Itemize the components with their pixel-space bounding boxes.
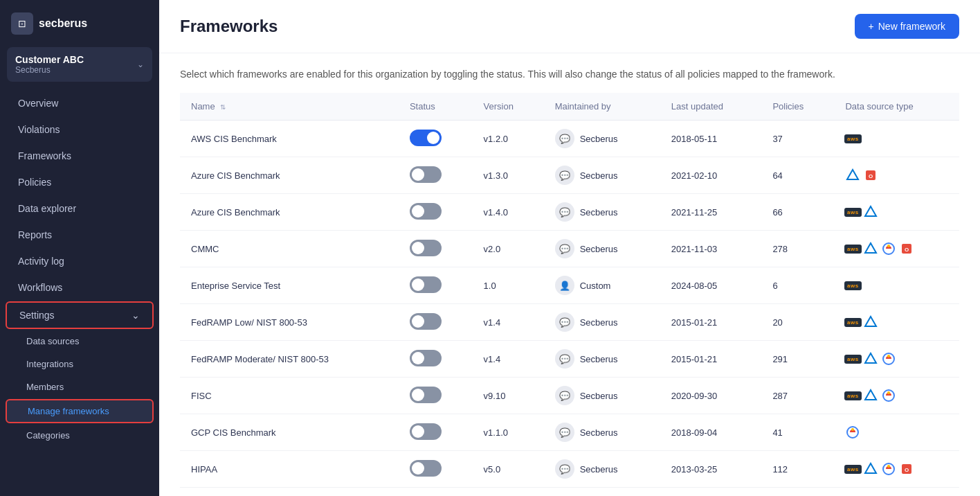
sidebar-item-violations[interactable]: Violations — [6, 117, 154, 142]
cell-status — [399, 378, 473, 414]
cell-name: AWS CIS Benchmark — [180, 121, 399, 157]
sidebar-item-integrations[interactable]: Integrations — [6, 353, 154, 375]
sidebar-item-reports[interactable]: Reports — [6, 222, 154, 247]
cell-status — [399, 194, 473, 231]
cell-name: Azure CIS Benchmark — [180, 194, 399, 231]
cell-name: GCP CIS Benchmark — [180, 414, 399, 451]
sidebar-item-frameworks[interactable]: Frameworks — [6, 143, 154, 168]
cell-maintainer: 💬 Secberus — [544, 341, 660, 378]
svg-point-21 — [887, 391, 890, 394]
status-toggle[interactable] — [410, 130, 442, 146]
cell-version: v1.4.0 — [473, 194, 544, 231]
status-toggle[interactable] — [410, 240, 442, 256]
status-toggle[interactable] — [410, 387, 442, 403]
status-toggle[interactable] — [410, 423, 442, 440]
status-toggle[interactable] — [410, 313, 442, 330]
cell-sources: aws — [834, 194, 959, 231]
secberus-icon: 💬 — [555, 459, 574, 479]
page-title: Frameworks — [180, 17, 278, 36]
svg-marker-14 — [865, 353, 876, 363]
customer-sub: Secberus — [15, 65, 84, 75]
maintainer-name: Secberus — [580, 391, 618, 401]
azure-icon — [863, 351, 878, 366]
cell-maintainer: 💬 Secberus — [544, 194, 660, 231]
toggle-knob — [412, 278, 424, 291]
cell-policies: 37 — [761, 121, 834, 157]
sidebar-item-overview[interactable]: Overview — [6, 91, 154, 116]
table-row: Enteprise Service Test 1.0 👤 Custom 2024… — [180, 267, 959, 304]
col-name[interactable]: Name ⇅ — [180, 93, 399, 121]
cell-status — [399, 157, 473, 194]
cell-status — [399, 231, 473, 267]
table-row: Azure CIS Benchmark v1.4.0 💬 Secberus 20… — [180, 194, 959, 231]
sidebar-item-members[interactable]: Members — [6, 376, 154, 398]
gcp-icon — [881, 388, 896, 403]
table-body: AWS CIS Benchmark v1.2.0 💬 Secberus 2018… — [180, 121, 959, 488]
table-header: Name ⇅ Status Version Maintained by Last… — [180, 93, 959, 121]
svg-text:O: O — [905, 467, 909, 473]
table-row: HIPAA v5.0 💬 Secberus 2013-03-25 112 aws… — [180, 451, 959, 488]
cell-version: v1.1.0 — [473, 414, 544, 451]
svg-marker-12 — [865, 317, 876, 326]
cell-last-updated: 2018-09-04 — [660, 414, 762, 451]
sidebar-item-policies[interactable]: Policies — [6, 170, 154, 195]
toggle-knob — [412, 315, 424, 328]
col-policies: Policies — [761, 93, 834, 121]
settings-label: Settings — [19, 310, 55, 321]
secberus-icon: 💬 — [555, 166, 574, 185]
gcp-icon — [881, 241, 896, 256]
status-toggle[interactable] — [410, 350, 442, 366]
status-toggle[interactable] — [410, 203, 442, 220]
aws-icon: aws — [845, 461, 860, 477]
cell-status — [399, 121, 473, 157]
svg-marker-24 — [865, 463, 876, 473]
o365-icon: O — [899, 241, 914, 256]
cell-policies: 20 — [761, 304, 834, 341]
table-row: FedRAMP Moderate/ NIST 800-53 v1.4 💬 Sec… — [180, 341, 959, 378]
aws-icon: aws — [845, 351, 860, 366]
maintainer-name: Secberus — [580, 464, 618, 475]
cell-last-updated: 2021-11-25 — [660, 194, 762, 231]
customer-name: Customer ABC — [15, 54, 84, 65]
maintainer-name: Secberus — [580, 317, 618, 328]
new-framework-button[interactable]: + New framework — [855, 14, 959, 39]
cell-status — [399, 451, 473, 488]
cell-name: FedRAMP Low/ NIST 800-53 — [180, 304, 399, 341]
sidebar-item-workflows[interactable]: Workflows — [6, 275, 154, 300]
aws-icon: aws — [845, 388, 860, 403]
sidebar-item-data-explorer[interactable]: Data explorer — [6, 196, 154, 221]
aws-icon: aws — [845, 315, 860, 330]
table-row: CMMC v2.0 💬 Secberus 2021-11-03 278 awsO — [180, 231, 959, 267]
sidebar: ⊡ secberus Customer ABC Secberus ⌄ Overv… — [0, 0, 159, 496]
cell-sources: aws — [834, 341, 959, 378]
gcp-icon — [845, 425, 860, 440]
status-toggle[interactable] — [410, 166, 442, 183]
sort-icon: ⇅ — [220, 103, 226, 111]
cell-policies: 41 — [761, 414, 834, 451]
cell-maintainer: 💬 Secberus — [544, 451, 660, 488]
status-toggle[interactable] — [410, 276, 442, 293]
o365-icon: O — [863, 168, 878, 183]
cell-last-updated: 2013-03-25 — [660, 451, 762, 488]
toggle-knob — [412, 352, 424, 364]
cell-policies: 6 — [761, 267, 834, 304]
sidebar-item-settings[interactable]: Settings ⌄ — [6, 301, 154, 329]
sidebar-item-categories[interactable]: Categories — [6, 425, 154, 446]
secberus-icon: 💬 — [555, 202, 574, 222]
secberus-icon: 💬 — [555, 312, 574, 332]
cell-sources: aws — [834, 378, 959, 414]
sidebar-item-activity-log[interactable]: Activity log — [6, 249, 154, 274]
status-toggle[interactable] — [410, 460, 442, 477]
toggle-knob — [412, 425, 424, 438]
maintainer-name: Secberus — [580, 354, 618, 364]
cell-maintainer: 💬 Secberus — [544, 414, 660, 451]
aws-icon: aws — [845, 204, 860, 220]
aws-icon: aws — [845, 241, 860, 256]
logo-text: secberus — [39, 17, 87, 30]
sidebar-item-data-sources[interactable]: Data sources — [6, 330, 154, 352]
sidebar-item-manage-frameworks[interactable]: Manage frameworks — [6, 399, 154, 423]
maintainer-name: Custom — [580, 281, 611, 291]
toggle-knob — [412, 205, 424, 218]
azure-icon — [845, 168, 860, 183]
customer-selector[interactable]: Customer ABC Secberus ⌄ — [7, 47, 152, 82]
